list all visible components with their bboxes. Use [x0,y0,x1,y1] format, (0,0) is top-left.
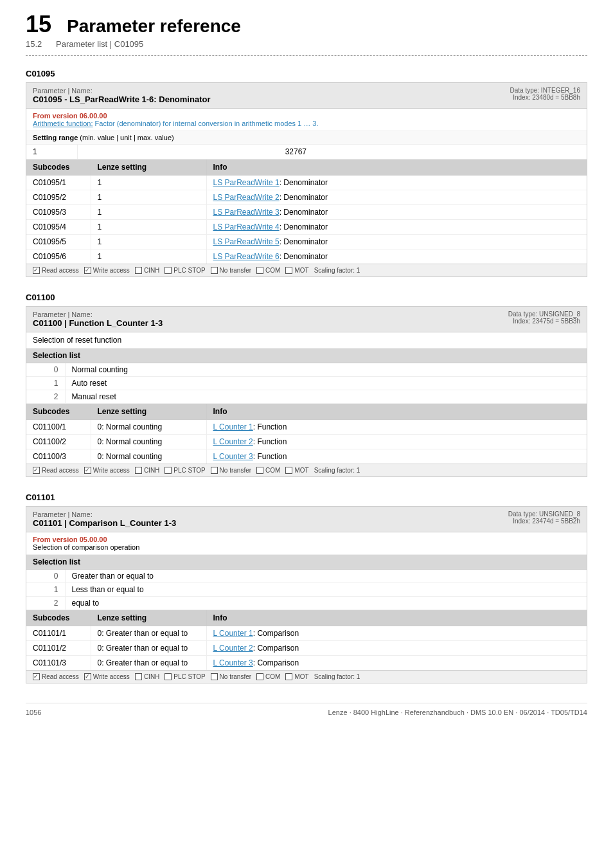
param-footer: Read access Write access CINH PLC STOP N… [26,670,587,683]
info-suffix: : Function [253,452,287,461]
selection-row: 1 Auto reset [26,377,587,390]
info-link[interactable]: LS ParReadWrite 6 [213,252,280,261]
setting-max: 32767 [78,145,587,159]
table-row: C01095/51LS ParReadWrite 5: Denominator [26,235,587,249]
table-row: C01095/21LS ParReadWrite 2: Denominator [26,190,587,205]
info-link[interactable]: LS ParReadWrite 5 [213,237,280,246]
info-link[interactable]: L Counter 2 [213,644,253,653]
setting-range: Setting range (min. value | unit | max. … [26,131,587,145]
param-index: Index: 23474d = 5BB2h [508,518,580,525]
sections-container: C01095 Parameter | Name: C01095 - LS_Par… [26,69,587,683]
selection-header: Selection list [26,348,587,363]
unchecked-icon [285,467,292,474]
subcode-cell: C01095/2 [26,190,91,205]
footer-checkbox-com: COM [256,267,280,274]
subcode-cell: C01100/3 [26,449,91,464]
param-version: From version 05.00.00 Selection of compa… [26,532,587,555]
info-link[interactable]: LS ParReadWrite 2 [213,193,280,202]
info-cell: LS ParReadWrite 1: Denominator [206,176,587,190]
info-link[interactable]: LS ParReadWrite 4 [213,222,280,231]
selection-label: Less than or equal to [65,583,587,597]
selection-row: 1 Less than or equal to [26,583,587,597]
selection-header: Selection list [26,555,587,570]
param-block-C01100: Parameter | Name: C01100 | Function L_Co… [26,306,587,477]
divider [26,55,587,56]
lenze-cell: 0: Normal counting [91,435,206,449]
param-block-C01095: Parameter | Name: C01095 - LS_ParReadWri… [26,82,587,277]
table-header: Info [206,159,587,176]
footer-checkbox-plc-stop: PLC STOP [164,267,205,274]
subcode-cell: C01095/5 [26,235,91,249]
selection-value: 1 [26,583,65,597]
info-link[interactable]: L Counter 2 [213,437,253,446]
selection-desc: Selection of reset function [26,332,587,348]
selection-table: 0 Greater than or equal to1 Less than or… [26,570,587,610]
info-link[interactable]: LS ParReadWrite 1 [213,178,280,187]
info-cell: L Counter 1: Function [206,420,587,435]
page-header: 15 Parameter reference [26,13,587,37]
page-title: Parameter reference [67,16,241,37]
footer-text: Lenze · 8400 HighLine · Referenzhandbuch… [328,709,587,716]
unchecked-icon [211,267,218,274]
version-desc: Arithmetic function: Factor (denominator… [33,120,318,127]
table-row: C01101/30: Greater than or equal toL Cou… [26,656,587,671]
lenze-cell: 1 [91,220,206,235]
param-block-C01101: Parameter | Name: C01101 | Comparison L_… [26,506,587,683]
info-link[interactable]: LS ParReadWrite 3 [213,208,280,217]
lenze-cell: 1 [91,176,206,190]
table-header: Lenze setting [91,404,206,420]
unchecked-icon [256,467,263,474]
scaling-factor: Scaling factor: 1 [314,673,360,680]
subcode-cell: C01101/2 [26,641,91,656]
lenze-cell: 0: Greater than or equal to [91,626,206,641]
data-type: Data type: UNSIGNED_8 [508,311,580,318]
info-suffix: : Comparison [253,629,299,638]
table-row: C01095/41LS ParReadWrite 4: Denominator [26,220,587,235]
info-cell: LS ParReadWrite 6: Denominator [206,249,587,264]
param-table: SubcodesLenze settingInfoC01101/10: Grea… [26,610,587,670]
selection-row: 0 Greater than or equal to [26,570,587,583]
table-row: C01095/61LS ParReadWrite 6: Denominator [26,249,587,264]
unchecked-icon [285,267,292,274]
param-label: Parameter | Name: [33,87,93,95]
unchecked-icon [256,267,263,274]
section-id-C01100: C01100 [26,293,587,302]
table-header: Info [206,610,587,626]
unchecked-icon [135,467,142,474]
param-footer: Read access Write access CINH PLC STOP N… [26,464,587,476]
info-suffix: : Denominator [280,252,328,261]
table-header: Subcodes [26,159,91,176]
page-number: 15 [26,13,51,36]
page-footer: 1056 Lenze · 8400 HighLine · Referenzhan… [26,703,587,716]
footer-checkbox-read-access: Read access [33,267,79,274]
info-cell: LS ParReadWrite 2: Denominator [206,190,587,205]
info-link[interactable]: L Counter 3 [213,658,253,667]
info-link[interactable]: L Counter 1 [213,422,253,431]
param-label: Parameter | Name: [33,511,93,518]
info-cell: LS ParReadWrite 3: Denominator [206,205,587,220]
info-suffix: : Function [253,437,287,446]
selection-row: 2 equal to [26,597,587,610]
lenze-cell: 1 [91,190,206,205]
lenze-cell: 0: Greater than or equal to [91,656,206,671]
info-suffix: : Denominator [280,237,328,246]
footer-checkbox-write-access: Write access [84,673,130,680]
table-row: C01100/30: Normal countingL Counter 3: F… [26,449,587,464]
selection-value: 1 [26,377,65,390]
info-suffix: : Denominator [280,208,328,217]
info-link[interactable]: L Counter 3 [213,452,253,461]
version-desc: Selection of comparison operation [33,543,139,551]
lenze-cell: 1 [91,249,206,264]
selection-row: 2 Manual reset [26,390,587,404]
footer-checkbox-cinh: CINH [135,467,159,474]
unchecked-icon [256,673,263,680]
info-cell: LS ParReadWrite 4: Denominator [206,220,587,235]
param-header-right: Data type: UNSIGNED_8 Index: 23475d = 5B… [508,311,580,325]
lenze-cell: 1 [91,235,206,249]
footer-checkbox-read-access: Read access [33,467,79,474]
info-link[interactable]: L Counter 1 [213,629,253,638]
lenze-cell: 0: Normal counting [91,449,206,464]
param-header-left: Parameter | Name: C01100 | Function L_Co… [33,311,163,328]
footer-checkbox-write-access: Write access [84,467,130,474]
info-cell: L Counter 3: Function [206,449,587,464]
